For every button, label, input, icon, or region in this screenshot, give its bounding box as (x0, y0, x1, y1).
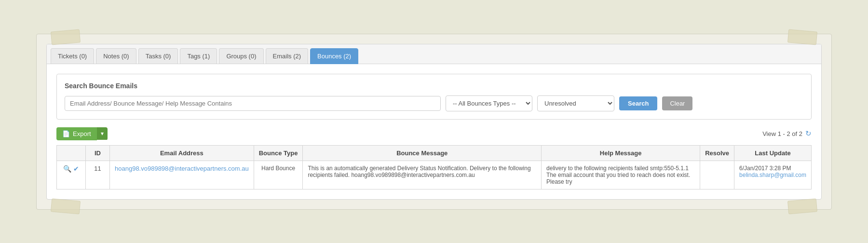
tape-top-right (787, 29, 817, 45)
toolbar: 📄 Export ▾ View 1 - 2 of 2 ↻ (56, 127, 812, 140)
view-info-text: View 1 - 2 of 2 (762, 130, 802, 137)
view-info: View 1 - 2 of 2 ↻ (762, 129, 812, 138)
tape-bottom-left (51, 198, 81, 214)
tabs-bar: Tickets (0) Notes (0) Tasks (0) Tags (1)… (47, 44, 821, 64)
tab-tickets[interactable]: Tickets (0) (51, 48, 94, 64)
export-main-button[interactable]: 📄 Export (56, 127, 97, 140)
tab-tags[interactable]: Tags (1) (180, 48, 217, 64)
row-last-update-cell: 6/Jan/2017 3:28 PM belinda.sharp@gmail.c… (734, 161, 812, 189)
search-input[interactable] (65, 96, 441, 111)
refresh-icon[interactable]: ↻ (805, 129, 812, 138)
clear-button[interactable]: Clear (662, 96, 692, 110)
tape-bottom-right (787, 198, 817, 214)
tab-bounces[interactable]: Bounces (2) (310, 48, 358, 64)
row-bounce-type-cell: Hard Bounce (254, 161, 303, 189)
col-header-bounce-message: Bounce Message (303, 145, 542, 161)
row-email-cell: hoang98.vo989898@interactivepartners.com… (110, 161, 254, 189)
col-header-bounce-type: Bounce Type (254, 145, 303, 161)
col-header-last-update: Last Update (734, 145, 812, 161)
content-area: Search Bounce Emails -- All Bounces Type… (47, 64, 821, 199)
row-last-update-date: 6/Jan/2017 3:28 PM (739, 165, 806, 172)
row-email-link[interactable]: hoang98.vo989898@interactivepartners.com… (115, 165, 249, 172)
status-select[interactable]: Unresolved Resolved All (537, 95, 614, 111)
tab-emails[interactable]: Emails (2) (266, 48, 309, 64)
tape-top-left (51, 29, 81, 45)
row-updated-by-link[interactable]: belinda.sharp@gmail.com (739, 172, 806, 178)
col-header-id: ID (86, 145, 110, 161)
export-label: Export (73, 130, 91, 137)
search-section: Search Bounce Emails -- All Bounces Type… (56, 74, 812, 120)
export-icon: 📄 (62, 130, 70, 137)
data-table: ID Email Address Bounce Type Bounce Mess… (56, 145, 812, 189)
row-edit-icon[interactable]: ✔ (73, 165, 79, 173)
row-resolve-cell (700, 161, 734, 189)
tab-notes[interactable]: Notes (0) (96, 48, 136, 64)
search-section-title: Search Bounce Emails (65, 82, 803, 90)
tab-tasks[interactable]: Tasks (0) (138, 48, 178, 64)
table-row: 🔍 ✔ 11 hoang98.vo989898@interactivepartn… (57, 161, 812, 189)
export-dropdown-button[interactable]: ▾ (97, 127, 108, 140)
col-header-actions (57, 145, 86, 161)
col-header-email: Email Address (110, 145, 254, 161)
main-panel: Tickets (0) Notes (0) Tasks (0) Tags (1)… (46, 44, 822, 200)
row-view-icon[interactable]: 🔍 (63, 165, 71, 173)
tab-groups[interactable]: Groups (0) (219, 48, 263, 64)
col-header-resolve: Resolve (700, 145, 734, 161)
search-row: -- All Bounces Types -- Hard Bounce Soft… (65, 95, 803, 111)
row-id-cell: 11 (86, 161, 110, 189)
row-bounce-message-cell: This is an automatically generated Deliv… (303, 161, 542, 189)
row-actions: 🔍 ✔ (62, 165, 81, 173)
row-actions-cell: 🔍 ✔ (57, 161, 86, 189)
row-help-message-cell: delivery to the following recipients fai… (542, 161, 700, 189)
col-header-help-message: Help Message (542, 145, 700, 161)
bounces-types-select[interactable]: -- All Bounces Types -- Hard Bounce Soft… (446, 95, 532, 111)
export-button-group: 📄 Export ▾ (56, 127, 108, 140)
search-button[interactable]: Search (619, 96, 657, 110)
